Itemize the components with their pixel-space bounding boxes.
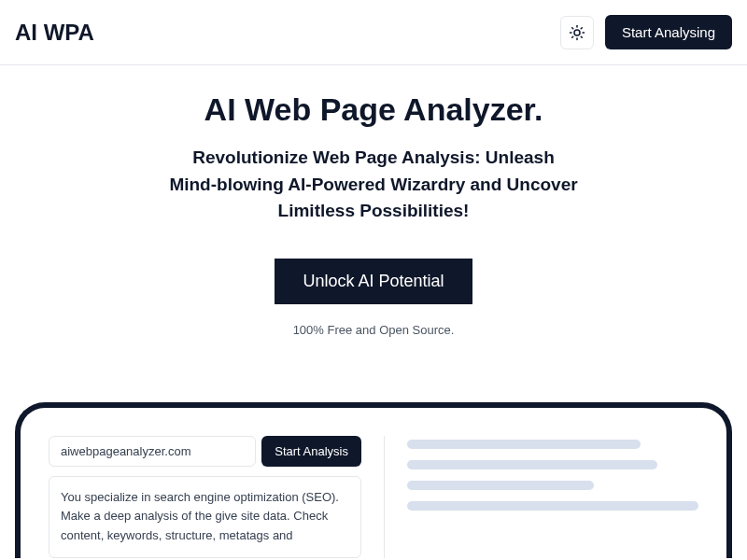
sun-icon xyxy=(569,24,585,41)
logo[interactable]: AI WPA xyxy=(15,20,94,46)
analyzer-preview-frame: Start Analysis You specialize in search … xyxy=(15,402,732,558)
header-actions: Start Analysing xyxy=(560,15,732,49)
skeleton-line xyxy=(407,501,698,511)
unlock-potential-button[interactable]: Unlock AI Potential xyxy=(275,259,472,304)
hero-title: AI Web Page Analyzer. xyxy=(19,91,728,128)
url-input-row: Start Analysis xyxy=(49,436,361,467)
app-header: AI WPA Start Analysing xyxy=(0,0,747,65)
url-input[interactable] xyxy=(49,436,256,467)
analyzer-left-panel: Start Analysis You specialize in search … xyxy=(49,436,361,558)
svg-line-3 xyxy=(572,27,573,28)
theme-toggle-button[interactable] xyxy=(560,16,594,49)
svg-line-7 xyxy=(572,36,573,37)
hero-footnote: 100% Free and Open Source. xyxy=(19,323,728,337)
analyzer-right-panel xyxy=(407,436,698,558)
skeleton-line xyxy=(407,460,657,469)
svg-point-0 xyxy=(574,30,580,35)
start-analysis-button[interactable]: Start Analysis xyxy=(261,436,361,467)
skeleton-line xyxy=(407,440,641,449)
start-analysing-button[interactable]: Start Analysing xyxy=(605,15,732,49)
svg-line-4 xyxy=(581,36,582,37)
hero-subtitle: Revolutionize Web Page Analysis: Unleash… xyxy=(168,145,579,225)
hero-section: AI Web Page Analyzer. Revolutionize Web … xyxy=(0,65,747,356)
analysis-description-box[interactable]: You specialize in search engine optimiza… xyxy=(49,476,361,558)
skeleton-line xyxy=(407,481,594,490)
svg-line-8 xyxy=(581,27,582,28)
panel-divider xyxy=(384,436,385,558)
